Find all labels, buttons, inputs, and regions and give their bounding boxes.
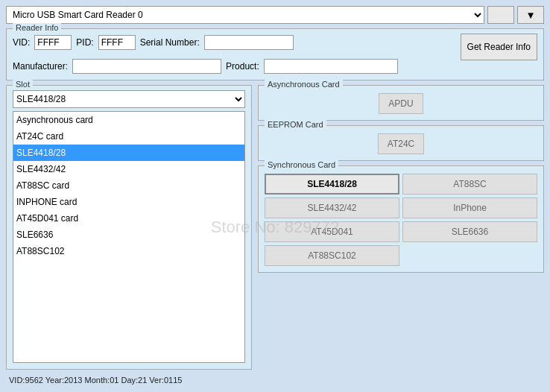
- sync-card-button[interactable]: AT88SC: [402, 174, 537, 195]
- sync-card-button[interactable]: SLE6636: [402, 221, 537, 242]
- top-button-2[interactable]: ▼: [517, 6, 544, 24]
- slot-label: Slot: [13, 80, 33, 89]
- manufacturer-label: Manufacturer:: [13, 61, 68, 72]
- serial-input[interactable]: [204, 35, 294, 50]
- list-item[interactable]: AT45D041 card: [13, 210, 244, 227]
- list-item[interactable]: SLE6636: [13, 227, 244, 243]
- at24c-button[interactable]: AT24C: [378, 133, 424, 154]
- sync-card-group: Synchronous Card SLE4418/28AT88SCSLE4432…: [258, 165, 544, 273]
- eeprom-card-group: EEPROM Card AT24C: [258, 125, 544, 161]
- sync-card-button[interactable]: SLE4432/42: [265, 197, 399, 218]
- reader-info-content: VID: PID: Serial Number: Manufacturer: P…: [13, 34, 537, 74]
- sync-card-label: Synchronous Card: [265, 160, 338, 169]
- right-panels: Asynchronous Card APDU EEPROM Card AT24C…: [258, 85, 544, 370]
- eeprom-card-label: EEPROM Card: [265, 120, 326, 129]
- serial-label: Serial Number:: [140, 37, 200, 48]
- sync-grid: SLE4418/28AT88SCSLE4432/42InPhoneAT45D04…: [265, 174, 537, 266]
- vid-label: VID:: [13, 37, 30, 48]
- sync-card-button[interactable]: SLE4418/28: [265, 174, 399, 195]
- list-item[interactable]: Asynchronous card: [13, 112, 244, 128]
- slot-section: Slot SLE4418/28 Asynchronous cardAT24C c…: [6, 85, 544, 370]
- sync-card-button[interactable]: AT88SC102: [265, 245, 399, 266]
- list-item[interactable]: AT88SC102: [13, 243, 244, 259]
- reader-info-row1: VID: PID: Serial Number:: [13, 35, 455, 50]
- slot-select[interactable]: SLE4418/28: [13, 90, 245, 108]
- reader-info-group: Reader Info VID: PID: Serial Number: Man…: [6, 28, 544, 80]
- top-button-1[interactable]: [487, 6, 514, 24]
- async-card-group: Asynchronous Card APDU: [258, 85, 544, 121]
- reader-rows: VID: PID: Serial Number: Manufacturer: P…: [13, 34, 455, 74]
- status-bar: VID:9562 Year:2013 Month:01 Day:21 Ver:0…: [6, 374, 544, 386]
- get-reader-info-button[interactable]: Get Reader Info: [461, 34, 537, 60]
- slot-group: Slot SLE4418/28 Asynchronous cardAT24C c…: [6, 85, 252, 370]
- sync-card-button[interactable]: AT45D041: [265, 221, 399, 242]
- reader-info-label: Reader Info: [13, 23, 61, 32]
- slot-list: Asynchronous cardAT24C cardSLE4418/28SLE…: [13, 111, 245, 363]
- list-item[interactable]: AT24C card: [13, 128, 244, 145]
- vid-input[interactable]: [34, 35, 72, 50]
- list-item[interactable]: INPHONE card: [13, 194, 244, 210]
- main-container: Micro USB Smart Card Reader 0 ▼ Reader I…: [0, 0, 550, 392]
- reader-info-row2: Manufacturer: Product:: [13, 59, 455, 74]
- product-label: Product:: [226, 61, 259, 72]
- pid-input[interactable]: [98, 35, 136, 50]
- product-input[interactable]: [264, 59, 398, 74]
- device-select[interactable]: Micro USB Smart Card Reader 0: [6, 6, 484, 24]
- async-card-label: Asynchronous Card: [265, 80, 343, 89]
- list-item[interactable]: SLE4432/42: [13, 161, 244, 177]
- pid-label: PID:: [76, 37, 93, 48]
- list-item[interactable]: AT88SC card: [13, 177, 244, 194]
- manufacturer-input[interactable]: [72, 59, 221, 74]
- apdu-button[interactable]: APDU: [379, 93, 423, 114]
- sync-card-button[interactable]: InPhone: [402, 197, 537, 218]
- top-bar: Micro USB Smart Card Reader 0 ▼: [6, 6, 544, 24]
- list-item[interactable]: SLE4418/28: [13, 145, 244, 161]
